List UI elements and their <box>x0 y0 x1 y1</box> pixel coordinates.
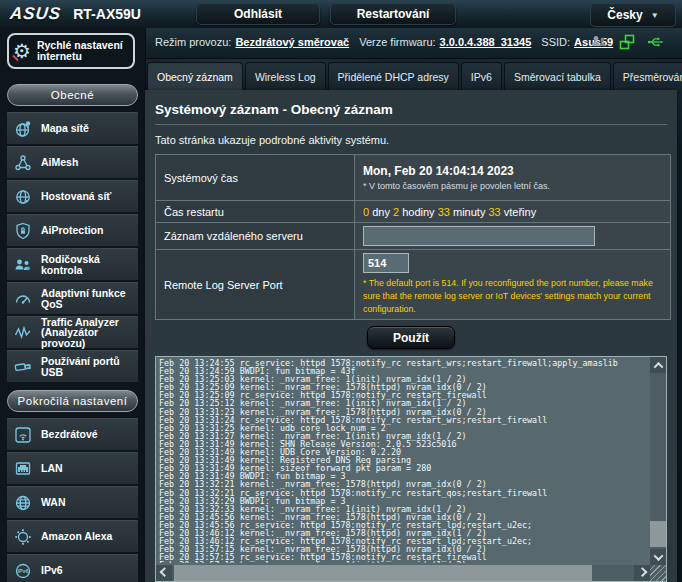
sidebar-item-label: Používání portů USB <box>41 356 134 377</box>
system-log-text[interactable]: Feb 20 13:24:55 rc_service: httpd 1578:n… <box>159 359 648 563</box>
sidebar-item-quick-internet-setup[interactable]: ⚙ Rychlé nastavení internetu <box>7 33 135 69</box>
horizontal-scrollbar[interactable] <box>156 565 650 581</box>
table-row-remote-server: Záznam vzdáleného serveru <box>156 223 671 250</box>
sidebar-item-traffic-analyzer[interactable]: Traffic Analyzer (Analyzátor provozu) <box>7 316 138 348</box>
usb-icon[interactable] <box>646 33 664 51</box>
sidebar-menu: Obecné Mapa sítě AiMesh <box>0 76 145 582</box>
page-title: Systémový záznam - Obecný záznam <box>155 102 667 125</box>
sidebar-item-label: Bezdrátové <box>41 429 98 440</box>
system-time-value: Mon, Feb 20 14:04:14 2023 <box>363 164 662 178</box>
wan-globe-icon <box>11 491 35 515</box>
sidebar-item-parental-controls[interactable]: Rodičovská kontrola <box>7 248 138 280</box>
scroll-down-button[interactable] <box>650 549 666 565</box>
language-label: Česky <box>607 8 642 22</box>
log-tabs: Obecný záznam Wireless Log Přidělené DHC… <box>147 62 682 90</box>
apply-row: Použít <box>151 326 671 349</box>
sidebar-item-network-map[interactable]: Mapa sítě <box>7 112 138 144</box>
lan-port-icon <box>11 457 35 481</box>
uptime-label: Čas restartu <box>156 201 355 223</box>
sidebar-item-label: Amazon Alexa <box>41 531 112 542</box>
port-note: * The default port is 514. If you reconf… <box>363 277 662 316</box>
scroll-right-button[interactable] <box>634 565 650 581</box>
remote-server-label: Záznam vzdáleného serveru <box>156 223 355 250</box>
resize-grip[interactable] <box>650 565 666 581</box>
operation-mode-label: Režim provozu: <box>155 36 231 48</box>
firmware-version-link[interactable]: 3.0.0.4.388_31345 <box>440 36 532 48</box>
horizontal-scroll-thumb[interactable] <box>174 565 592 581</box>
vertical-scrollbar[interactable] <box>650 357 666 565</box>
network-map-icon <box>11 117 35 141</box>
sidebar-item-amazon-alexa[interactable]: Amazon Alexa <box>7 520 138 552</box>
sidebar-item-ipv6[interactable]: IPv6 IPv6 <box>7 554 138 582</box>
table-row-system-time: Systémový čas Mon, Feb 20 14:04:14 2023 … <box>156 155 671 201</box>
usb-drive-icon <box>11 355 35 379</box>
tab-ipv6[interactable]: IPv6 <box>461 62 502 91</box>
qos-gauge-icon <box>11 287 35 311</box>
tab-dhcp-leases[interactable]: Přidělené DHCP adresy <box>328 62 459 91</box>
qis-label: Rychlé nastavení internetu <box>37 40 129 62</box>
settings-table: Systémový čas Mon, Feb 20 14:04:14 2023 … <box>155 154 671 320</box>
info-text: Režim provozu:Bezdrátový směrovačVerze f… <box>155 36 623 48</box>
chevron-down-icon: ▼ <box>651 11 659 20</box>
sidebar-item-guest-network[interactable]: Hostovaná síť <box>7 180 138 212</box>
uptime-value: 0 dny 2 hodiny 33 minuty 33 vteřiny <box>355 201 671 223</box>
sidebar-item-label: AiProtection <box>41 225 103 236</box>
chevron-up-icon <box>653 361 663 371</box>
svg-text:IPv6: IPv6 <box>17 568 28 574</box>
ipv6-icon: IPv6 <box>11 559 35 582</box>
remote-port-input[interactable] <box>363 253 409 273</box>
sidebar-item-usb-application[interactable]: Používání portů USB <box>7 350 138 382</box>
apply-button[interactable]: Použít <box>367 326 455 349</box>
tab-port-forwarding[interactable]: Přesměrování portů <box>613 62 682 91</box>
sidebar: ⚙ Rychlé nastavení internetu Obecné Mapa… <box>0 28 146 582</box>
sidebar-item-lan[interactable]: LAN <box>7 452 138 484</box>
table-row-remote-port: Remote Log Server Port * The default por… <box>156 250 671 320</box>
table-row-uptime: Čas restartu 0 dny 2 hodiny 33 minuty 33… <box>156 201 671 223</box>
shield-icon <box>11 219 35 243</box>
dst-note: * V tomto časovém pásmu je povolen letní… <box>363 181 662 191</box>
firmware-label: Verze firmwaru: <box>359 36 435 48</box>
wired-clients-icon[interactable] <box>618 33 636 51</box>
sidebar-section-general: Obecné <box>7 84 138 106</box>
clients-icon[interactable] <box>590 33 608 51</box>
asus-logo: ASUS <box>9 4 62 24</box>
tab-wireless-log[interactable]: Wireless Log <box>245 62 326 91</box>
logout-button[interactable]: Odhlásit <box>196 3 320 25</box>
wireless-icon <box>11 423 35 447</box>
chevron-right-icon <box>637 567 647 577</box>
sidebar-item-aiprotection[interactable]: AiProtection <box>7 214 138 246</box>
reboot-button[interactable]: Restartování <box>330 3 456 25</box>
scroll-up-button[interactable] <box>650 357 666 373</box>
status-icons <box>590 33 664 51</box>
system-log-area[interactable]: Feb 20 13:24:55 rc_service: httpd 1578:n… <box>155 356 667 582</box>
sidebar-item-label: Rodičovská kontrola <box>41 254 134 275</box>
sidebar-item-label: Adaptivní funkce QoS <box>41 288 134 309</box>
content-panel: Systémový záznam - Obecný záznam Tato st… <box>145 90 677 582</box>
sidebar-item-label: Mapa sítě <box>41 123 89 134</box>
remote-port-label: Remote Log Server Port <box>156 250 355 320</box>
sidebar-item-adaptive-qos[interactable]: Adaptivní funkce QoS <box>7 282 138 314</box>
scroll-left-button[interactable] <box>156 565 172 581</box>
vertical-scroll-thumb[interactable] <box>650 521 666 547</box>
sidebar-item-label: Hostovaná síť <box>41 191 111 202</box>
parental-controls-icon <box>11 253 35 277</box>
aimesh-icon <box>11 151 35 175</box>
system-time-label: Systémový čas <box>156 155 355 201</box>
sidebar-item-label: IPv6 <box>41 565 63 576</box>
chevron-left-icon <box>159 567 169 577</box>
model-name: RT-AX59U <box>73 6 141 22</box>
sidebar-item-label: WAN <box>41 497 66 508</box>
sidebar-item-wireless[interactable]: Bezdrátové <box>7 418 138 450</box>
language-selector[interactable]: Česky ▼ <box>590 3 676 27</box>
traffic-analyzer-icon <box>11 321 35 345</box>
tab-routing-table[interactable]: Směrovací tabulka <box>504 62 611 91</box>
sidebar-section-advanced: Pokročilá nastavení <box>7 390 138 412</box>
sidebar-item-wan[interactable]: WAN <box>7 486 138 518</box>
guest-network-icon <box>11 185 35 209</box>
sidebar-item-aimesh[interactable]: AiMesh <box>7 146 138 178</box>
remote-server-input[interactable] <box>363 226 595 246</box>
sidebar-item-label: AiMesh <box>41 157 78 168</box>
tab-general-log[interactable]: Obecný záznam <box>147 62 243 91</box>
sidebar-item-label: LAN <box>41 463 63 474</box>
operation-mode-link[interactable]: Bezdrátový směrovač <box>235 36 349 48</box>
